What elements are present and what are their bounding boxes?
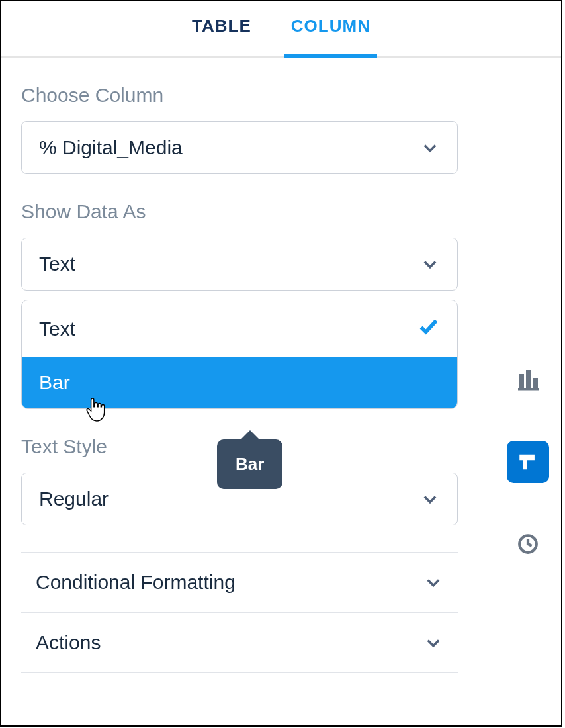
tab-table[interactable]: TABLE	[192, 16, 251, 56]
check-icon	[417, 315, 440, 342]
history-button[interactable]	[507, 523, 549, 565]
choose-column-value: % Digital_Media	[39, 136, 183, 159]
actions-row[interactable]: Actions	[21, 612, 458, 673]
option-text-label: Text	[39, 318, 75, 340]
chevron-down-icon	[420, 138, 440, 158]
show-data-as-select[interactable]: Text	[21, 238, 458, 291]
tab-column[interactable]: COLUMN	[291, 16, 370, 56]
format-mode-button[interactable]	[507, 441, 549, 483]
svg-rect-2	[533, 378, 539, 388]
column-settings-panel: Choose Column % Digital_Media Show Data …	[1, 58, 478, 673]
tooltip-bar: Bar	[217, 439, 282, 489]
option-text[interactable]: Text	[22, 300, 457, 357]
choose-column-label: Choose Column	[21, 84, 458, 107]
svg-rect-1	[526, 370, 531, 388]
choose-column-select[interactable]: % Digital_Media	[21, 121, 458, 174]
conditional-formatting-row[interactable]: Conditional Formatting	[21, 552, 458, 612]
svg-rect-3	[518, 388, 539, 391]
tooltip-text: Bar	[236, 454, 264, 474]
svg-rect-0	[519, 374, 525, 388]
actions-label: Actions	[36, 631, 101, 654]
chart-mode-button[interactable]	[507, 359, 549, 401]
show-data-as-value: Text	[39, 253, 75, 275]
text-style-value: Regular	[39, 488, 109, 510]
show-data-as-label: Show Data As	[21, 201, 458, 223]
chevron-down-icon	[423, 572, 443, 592]
tab-bar: TABLE COLUMN	[1, 1, 561, 58]
chevron-down-icon	[420, 254, 440, 274]
chevron-down-icon	[420, 489, 440, 509]
side-rail	[507, 359, 549, 565]
show-data-as-dropdown: Text Bar	[21, 300, 458, 409]
conditional-formatting-label: Conditional Formatting	[36, 571, 236, 594]
option-bar-label: Bar	[39, 371, 70, 394]
option-bar[interactable]: Bar	[22, 357, 457, 408]
chevron-down-icon	[423, 633, 443, 653]
